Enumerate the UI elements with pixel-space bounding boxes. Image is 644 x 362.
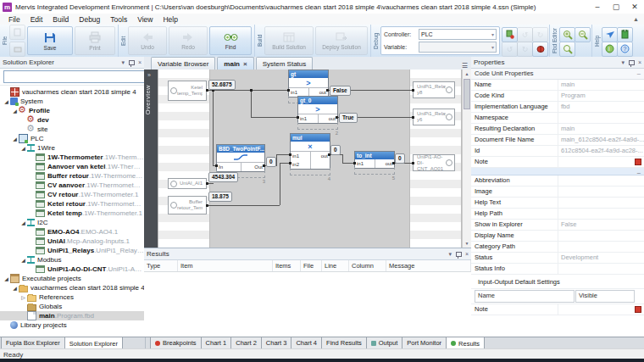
redo-button[interactable]: Redo <box>169 26 208 55</box>
property-row-show-in-explorer[interactable]: Show in ExplorerFalse <box>471 220 644 231</box>
code-unit-properties-section[interactable]: Code Unit Properties– <box>471 69 644 80</box>
panel-close-icon[interactable]: × <box>638 59 641 65</box>
scroll-thumb[interactable] <box>464 79 470 109</box>
menu-item-edit[interactable]: Edit <box>25 15 48 24</box>
tree-item-1wire[interactable]: ◢1Wire <box>0 143 144 153</box>
tab-find-results[interactable]: Find Results <box>321 337 367 349</box>
tree-expander-icon[interactable]: ◢ <box>3 276 10 281</box>
properties-separator-row[interactable]: – <box>471 168 644 175</box>
tree-item-i2c[interactable]: ◢I2C <box>0 218 144 227</box>
menu-item-help[interactable]: Help <box>158 15 182 24</box>
tree-expander-icon[interactable]: ◢ <box>3 98 10 104</box>
overview-strip[interactable]: » Overview <box>144 70 158 248</box>
tree-item-aanvoer-van-ketel[interactable]: Aanvoer van ketel.1W-Thermometer.1 <box>0 162 144 171</box>
fbd-io-block[interactable]: Keteltemp_Temperature <box>168 81 207 101</box>
tree-item-site[interactable]: site <box>0 125 144 134</box>
tree-item-ketel-temp[interactable]: Ketel temp.1W-Thermometer.1 <box>0 209 144 218</box>
property-row-category-path[interactable]: Category Path <box>471 242 644 253</box>
tree-expander-icon[interactable]: ◢ <box>19 257 27 263</box>
property-value[interactable] <box>558 198 644 208</box>
fbd-io-block[interactable]: UniPi1_Relays_Relay8 <box>413 81 455 98</box>
fbd-block-mul[interactable]: mul×in1in2out4 <box>290 133 330 170</box>
step-out-button[interactable]: ↻ <box>517 42 533 57</box>
property-value[interactable] <box>558 175 644 186</box>
tree-item-unipi1-relays[interactable]: UniPi1_Relays.UniPi1_Relays.1.1.v1_ <box>0 246 144 255</box>
property-row-implementation-language[interactable]: Implementation Languagefbd <box>471 102 644 113</box>
fbd-io-block[interactable]: UniPi1-AO-DI-CNT_AO01 <box>413 154 455 171</box>
tree-item-references[interactable]: ▷References <box>0 292 144 302</box>
tree-item-cv-aanvoer[interactable]: CV aanvoer.1W-Thermometer.1 <box>0 181 144 190</box>
tree-item-1w-thermometer[interactable]: 1W-Thermometer.1W-Thermometer.1 <box>0 153 144 162</box>
tab-output[interactable]: Output <box>366 337 403 349</box>
property-row-id[interactable]: Id612c8504-ea2f-4a9d-ac28-... <box>471 146 644 157</box>
property-value[interactable] <box>558 242 644 252</box>
fbd-io-block[interactable]: Bufferretour_Temperatu... <box>168 196 207 214</box>
zoom-out-icon[interactable] <box>575 27 591 42</box>
property-value[interactable]: False <box>558 220 644 230</box>
controller-select[interactable]: PLC▾ <box>419 29 497 40</box>
dock-menu-icon[interactable]: ▾ <box>448 251 452 258</box>
collapse-icon[interactable]: – <box>637 168 644 175</box>
close-button[interactable]: ✕ <box>625 0 644 14</box>
results-column-line[interactable]: Line <box>322 260 349 271</box>
tab-close-icon[interactable]: × <box>243 60 247 68</box>
results-column-message[interactable]: Message <box>386 260 471 271</box>
property-row-help-text[interactable]: Help Text <box>471 198 644 209</box>
tree-item-globals[interactable]: Globals <box>0 302 144 311</box>
new-button[interactable] <box>9 25 25 40</box>
tree-item-buffer-retour[interactable]: Buffer retour.1W-Thermometer.1 <box>0 171 144 181</box>
debug-bug-button[interactable] <box>532 42 548 57</box>
results-column-type[interactable]: Type <box>144 260 178 271</box>
property-value[interactable]: main <box>558 124 644 134</box>
zoom-in-icon[interactable] <box>559 27 575 42</box>
results-column-item[interactable]: Item <box>178 260 273 271</box>
release-notes-icon[interactable] <box>617 27 633 42</box>
property-value[interactable]: fbd <box>558 102 644 112</box>
document-tab-main[interactable]: main× <box>217 57 253 70</box>
property-value[interactable]: main <box>558 80 644 90</box>
tab-chart-2[interactable]: Chart 2 <box>230 337 262 349</box>
property-row-status[interactable]: StatusDevelopment <box>471 253 644 264</box>
step-back-button[interactable]: ↺ <box>517 27 533 42</box>
property-row-note-2[interactable]: Note <box>471 304 644 315</box>
info-icon[interactable]: i <box>602 42 618 57</box>
pin-icon[interactable] <box>629 60 635 65</box>
property-value[interactable] <box>558 187 644 197</box>
tree-item-emo-ao4[interactable]: EMO-AO4.EMO-AO4.1 <box>0 227 144 237</box>
results-column-file[interactable]: File <box>301 260 322 271</box>
fbd-io-block[interactable]: UniAI_AI1 <box>168 178 207 189</box>
tree-item-dev[interactable]: dev <box>0 115 144 125</box>
menu-item-debug[interactable]: Debug <box>74 15 105 24</box>
tree-item-unipi1-ao-di-cnt[interactable]: UniPi1-AO-DI-CNT.UniPi1-AO-DI-CNT.1 <box>0 265 144 274</box>
panel-close-icon[interactable]: × <box>138 59 142 65</box>
tab-chart-1[interactable]: Chart 1 <box>201 337 232 349</box>
variable-select[interactable]: ▾ <box>419 42 497 53</box>
property-value[interactable] <box>558 231 644 241</box>
tree-expander-icon[interactable]: ◢ <box>19 220 27 226</box>
open-button[interactable] <box>9 42 25 57</box>
menu-item-file[interactable]: File <box>3 15 25 24</box>
tree-item-system[interactable]: ◢System <box>0 97 144 106</box>
results-column-items[interactable]: Items <box>273 260 301 271</box>
tree-item-library-projects[interactable]: Library projects <box>0 320 144 330</box>
fbd-block-gt-0[interactable]: gt_0>in1out2 <box>297 96 338 124</box>
fbd-input-port[interactable]: in1 <box>291 152 310 160</box>
menu-item-tools[interactable]: Tools <box>105 15 132 24</box>
maximize-button[interactable]: ▢ <box>607 0 625 14</box>
tree-expander-icon[interactable]: ◢ <box>19 145 27 151</box>
send-feedback-icon[interactable] <box>602 27 618 42</box>
find-button[interactable]: Find <box>209 26 252 55</box>
build-solution-button[interactable]: Build Solution <box>264 26 314 55</box>
tab-breakpoints[interactable]: Breakpoints <box>150 337 202 349</box>
property-value[interactable] <box>558 304 644 315</box>
scroll-up-icon[interactable]: ▲ <box>463 70 471 78</box>
property-value[interactable] <box>558 264 644 274</box>
tree-item-main[interactable]: main.Program.fbd <box>0 311 144 320</box>
tree-item-vaucharmes-clean-start-2018-simple-4[interactable]: vaucharmes clean start 2018 simple 4 <box>0 87 144 97</box>
save-button[interactable]: Save <box>27 26 73 55</box>
deploy-solution-button[interactable]: Deploy Solution <box>315 26 368 55</box>
panel-close-icon[interactable]: × <box>465 251 469 257</box>
tree-item-plc[interactable]: ◢PLC <box>0 134 144 143</box>
step-over-button[interactable]: ↻ <box>532 27 548 42</box>
tree-item-vaucharmes-clean-start-2018-simple-4[interactable]: ◢vaucharmes clean start 2018 simple 4 <box>0 283 144 292</box>
